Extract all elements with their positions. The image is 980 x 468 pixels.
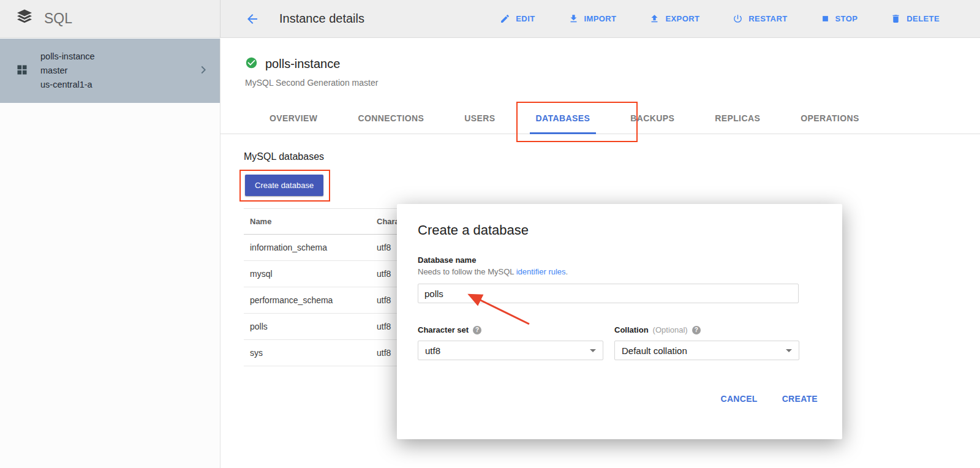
edit-icon: [500, 13, 510, 24]
sidebar-instance-zone: us-central1-a: [40, 78, 95, 92]
edit-label: EDIT: [516, 14, 535, 23]
collation-label: Collation: [614, 325, 649, 334]
tab-replicas[interactable]: REPLICAS: [709, 102, 766, 134]
back-arrow-icon[interactable]: [245, 11, 261, 27]
dialog-buttons: CANCEL CREATE: [721, 394, 818, 404]
help-icon[interactable]: [473, 326, 481, 334]
toolbar: Instance details EDIT IMPORT EXPORT: [221, 0, 980, 37]
collation-field: Collation (Optional) Default collation: [614, 325, 799, 360]
stop-button[interactable]: STOP: [821, 13, 858, 24]
dialog-title: Create a database: [418, 222, 819, 238]
database-name-help: Needs to follow the MySQL identifier rul…: [418, 267, 819, 276]
export-icon: [649, 13, 660, 24]
instance-subtitle: MySQL Second Generation master: [245, 78, 980, 88]
page-title: Instance details: [279, 12, 364, 26]
database-name-label: Database name: [418, 255, 819, 265]
import-icon: [568, 13, 579, 24]
tab-connections[interactable]: CONNECTIONS: [352, 102, 430, 134]
cloud-sql-logo-icon: [15, 8, 34, 30]
brand: SQL: [0, 0, 221, 37]
tab-users[interactable]: USERS: [458, 102, 501, 134]
edit-button[interactable]: EDIT: [500, 13, 535, 24]
delete-label: DELETE: [907, 14, 940, 23]
restart-button[interactable]: RESTART: [733, 13, 787, 24]
stop-icon: [821, 14, 830, 23]
character-set-select[interactable]: utf8: [418, 341, 603, 360]
section-title: MySQL databases: [244, 151, 980, 162]
character-set-label: Character set: [418, 325, 469, 334]
tab-backups[interactable]: BACKUPS: [624, 102, 680, 134]
collation-select[interactable]: Default collation: [614, 341, 799, 360]
export-button[interactable]: EXPORT: [649, 13, 699, 24]
sidebar-instance-name: polls-instance: [40, 50, 95, 64]
help-icon[interactable]: [692, 326, 701, 334]
dialog-field-row: Character set utf8 Collation (Optional) …: [418, 325, 819, 360]
delete-icon: [891, 13, 901, 24]
db-name: sys: [244, 340, 371, 366]
character-set-value: utf8: [425, 345, 440, 356]
db-name: information_schema: [244, 235, 371, 261]
stop-label: STOP: [835, 14, 858, 23]
cancel-button[interactable]: CANCEL: [721, 394, 758, 404]
create-database-button[interactable]: Create database: [245, 175, 323, 196]
collation-optional-label: (Optional): [653, 325, 688, 334]
db-name: performance_schema: [244, 287, 371, 314]
chevron-right-icon: [197, 63, 210, 79]
export-label: EXPORT: [665, 14, 699, 23]
tab-databases-label: DATABASES: [536, 113, 590, 123]
check-circle-icon: [245, 56, 258, 72]
column-header-name: Name: [244, 209, 371, 235]
delete-button[interactable]: DELETE: [891, 13, 940, 24]
create-button[interactable]: CREATE: [782, 394, 818, 404]
grid-icon: [16, 64, 28, 78]
restart-icon: [733, 13, 743, 24]
top-bar: SQL Instance details EDIT IMPORT: [0, 0, 980, 38]
instance-name: polls-instance: [265, 57, 340, 71]
import-button[interactable]: IMPORT: [568, 13, 617, 24]
help-text-prefix: Needs to follow the MySQL: [418, 267, 516, 276]
help-text-suffix: .: [566, 267, 568, 276]
app-title: SQL: [44, 10, 72, 27]
chevron-down-icon: [590, 349, 596, 352]
instance-header: polls-instance MySQL Second Generation m…: [221, 38, 980, 88]
toolbar-actions: EDIT IMPORT EXPORT RESTART: [500, 13, 940, 24]
sidebar-item-polls-instance[interactable]: polls-instance master us-central1-a: [0, 39, 220, 103]
database-name-input[interactable]: [418, 284, 799, 303]
restart-label: RESTART: [748, 14, 787, 23]
character-set-field: Character set utf8: [418, 325, 603, 360]
sidebar-instance-text: polls-instance master us-central1-a: [40, 50, 95, 92]
collation-value: Default collation: [622, 345, 687, 356]
db-name: polls: [244, 314, 371, 340]
tab-overview[interactable]: OVERVIEW: [263, 102, 323, 134]
tab-databases[interactable]: DATABASES: [530, 102, 597, 134]
create-database-dialog: Create a database Database name Needs to…: [397, 204, 842, 439]
page: { "app": { "logo_label": "SQL" }, "sideb…: [0, 0, 980, 468]
sidebar-instance-role: master: [40, 64, 95, 78]
tab-bar: OVERVIEW CONNECTIONS USERS DATABASES BAC…: [221, 102, 980, 134]
tab-operations[interactable]: OPERATIONS: [794, 102, 865, 134]
db-name: mysql: [244, 261, 371, 287]
chevron-down-icon: [786, 349, 792, 352]
import-label: IMPORT: [584, 14, 617, 23]
sidebar: polls-instance master us-central1-a: [0, 39, 221, 468]
identifier-rules-link[interactable]: identifier rules: [516, 267, 566, 276]
